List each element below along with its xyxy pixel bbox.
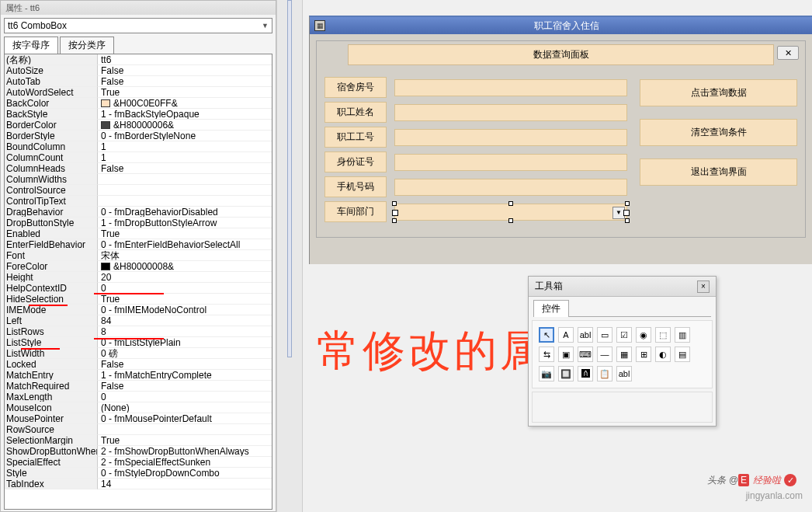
tool-item[interactable]: ↖ xyxy=(539,327,554,343)
property-row[interactable]: ListWidth0 磅 xyxy=(5,348,272,359)
tool-item[interactable]: ▥ xyxy=(675,327,690,343)
property-row[interactable]: LockedFalse xyxy=(5,359,272,370)
property-value[interactable]: 0 - fmDragBehaviorDisabled xyxy=(98,207,272,218)
toolbox-tab-controls[interactable]: 控件 xyxy=(533,300,569,317)
property-row[interactable]: MatchEntry1 - fmMatchEntryComplete xyxy=(5,370,272,381)
property-row[interactable]: BoundColumn1 xyxy=(5,141,272,152)
property-row[interactable]: ControlTipText xyxy=(5,196,272,207)
property-row[interactable]: HelpContextID0 xyxy=(5,283,272,294)
property-value[interactable]: False xyxy=(98,65,272,76)
close-button[interactable]: ✕ xyxy=(777,46,799,60)
property-row[interactable]: ShowDropButtonWhen2 - fmShowDropButtonWh… xyxy=(5,446,272,457)
tool-item[interactable]: ☑ xyxy=(616,327,632,343)
toolbox-close-icon[interactable]: × xyxy=(697,280,710,293)
property-value[interactable]: 14 xyxy=(98,479,272,489)
tool-item[interactable]: ◉ xyxy=(636,327,651,343)
property-row[interactable]: BackColor&H00C0E0FF& xyxy=(5,98,272,109)
tool-item[interactable]: abl xyxy=(616,366,632,381)
property-value[interactable]: True xyxy=(98,294,272,305)
property-row[interactable]: ForeColor&H80000008& xyxy=(5,261,272,272)
property-value[interactable]: 1 - fmBackStyleOpaque xyxy=(98,109,272,120)
userform-titlebar[interactable]: ▦ 职工宿舍入住信 xyxy=(310,17,812,34)
tab-categorized[interactable]: 按分类序 xyxy=(60,37,114,54)
property-row[interactable]: IMEMode0 - fmIMEModeNoControl xyxy=(5,305,272,315)
splitter-gutter[interactable] xyxy=(276,0,303,512)
tool-item[interactable]: ▣ xyxy=(558,347,574,362)
property-row[interactable]: RowSource xyxy=(5,424,272,435)
property-value[interactable]: 84 xyxy=(98,315,272,326)
input-idno[interactable] xyxy=(394,154,627,171)
input-name[interactable] xyxy=(394,104,627,121)
property-row[interactable]: DragBehavior0 - fmDragBehaviorDisabled xyxy=(5,207,272,218)
dropdown-arrow-icon[interactable]: ▼ xyxy=(612,207,625,219)
property-row[interactable]: AutoTabFalse xyxy=(5,76,272,87)
query-button[interactable]: 点击查询数据 xyxy=(640,79,797,106)
property-row[interactable]: HideSelectionTrue xyxy=(5,294,272,305)
property-value[interactable]: False xyxy=(98,163,272,174)
property-value[interactable]: 1 - fmDropButtonStyleArrow xyxy=(98,218,272,228)
property-row[interactable]: EnabledTrue xyxy=(5,228,272,239)
property-row[interactable]: TabIndex14 xyxy=(5,479,272,489)
tool-item[interactable]: 🅰 xyxy=(578,366,593,381)
property-value[interactable]: tt6 xyxy=(98,54,272,65)
property-row[interactable]: SpecialEffect2 - fmSpecialEffectSunken xyxy=(5,457,272,468)
property-value[interactable]: 1 xyxy=(98,152,272,163)
tool-item[interactable]: 🔲 xyxy=(558,366,574,381)
tool-item[interactable]: 📋 xyxy=(597,366,612,381)
property-row[interactable]: ColumnCount1 xyxy=(5,152,272,163)
property-value[interactable]: 0 磅 xyxy=(98,348,272,359)
property-value[interactable]: False xyxy=(98,381,272,392)
property-value[interactable]: 0 - fmIMEModeNoControl xyxy=(98,305,272,315)
property-row[interactable]: MousePointer0 - fmMousePointerDefault xyxy=(5,413,272,424)
input-room[interactable] xyxy=(394,79,627,96)
exit-button[interactable]: 退出查询界面 xyxy=(640,158,797,186)
property-value[interactable]: 宋体 xyxy=(98,250,272,261)
property-value[interactable] xyxy=(98,185,272,196)
property-value[interactable]: 0 - fmStyleDropDownCombo xyxy=(98,468,272,479)
property-row[interactable]: BorderStyle0 - fmBorderStyleNone xyxy=(5,131,272,141)
tool-item[interactable]: ⬚ xyxy=(655,327,671,343)
property-value[interactable]: 1 xyxy=(98,141,272,152)
property-row[interactable]: SelectionMarginTrue xyxy=(5,435,272,446)
property-value[interactable]: True xyxy=(98,87,272,98)
property-value[interactable]: 0 - fmMousePointerDefault xyxy=(98,413,272,424)
property-row[interactable]: Height20 xyxy=(5,272,272,283)
tool-item[interactable]: — xyxy=(597,347,612,362)
property-value[interactable]: 2 - fmSpecialEffectSunken xyxy=(98,457,272,468)
property-row[interactable]: MaxLength0 xyxy=(5,392,272,402)
tab-alphabetical[interactable]: 按字母序 xyxy=(4,37,58,54)
property-value[interactable] xyxy=(98,196,272,207)
property-value[interactable]: 0 - fmBorderStyleNone xyxy=(98,131,272,141)
property-row[interactable]: Style0 - fmStyleDropDownCombo xyxy=(5,468,272,479)
property-value[interactable]: 0 xyxy=(98,392,272,402)
toolbox-panel[interactable]: 工具箱 × 控件 ↖Aabl▭☑◉⬚▥⇆▣⌨—▦⊞◐▤📷🔲🅰📋abl xyxy=(528,276,717,427)
property-value[interactable]: True xyxy=(98,228,272,239)
property-row[interactable]: EnterFieldBehavior0 - fmEnterFieldBehavi… xyxy=(5,239,272,250)
property-row[interactable]: ColumnHeadsFalse xyxy=(5,163,272,174)
property-value[interactable] xyxy=(98,174,272,185)
combobox-dept-selected[interactable]: ▼ xyxy=(394,204,627,221)
input-empno[interactable] xyxy=(394,129,627,146)
property-value[interactable]: 2 - fmShowDropButtonWhenAlways xyxy=(98,446,272,457)
tool-item[interactable]: ▤ xyxy=(675,347,690,362)
property-value[interactable]: True xyxy=(98,435,272,446)
property-value[interactable]: (None) xyxy=(98,402,272,413)
property-value[interactable] xyxy=(98,424,272,435)
property-value[interactable]: &H80000008& xyxy=(98,261,272,272)
tool-item[interactable]: ⊞ xyxy=(636,347,651,362)
property-row[interactable]: ColumnWidths xyxy=(5,174,272,185)
tool-item[interactable]: ◐ xyxy=(655,347,671,362)
tool-item[interactable]: ⇆ xyxy=(539,347,554,362)
property-row[interactable]: ControlSource xyxy=(5,185,272,196)
property-value[interactable]: 0 - fmEnterFieldBehaviorSelectAll xyxy=(98,239,272,250)
tool-item[interactable]: ⌨ xyxy=(578,347,593,362)
input-phone[interactable] xyxy=(394,179,627,196)
object-selector[interactable]: tt6 ComboBox ▼ xyxy=(4,18,272,33)
property-value[interactable]: 20 xyxy=(98,272,272,283)
property-row[interactable]: DropButtonStyle1 - fmDropButtonStyleArro… xyxy=(5,218,272,228)
property-value[interactable]: False xyxy=(98,76,272,87)
property-row[interactable]: AutoSizeFalse xyxy=(5,65,272,76)
property-row[interactable]: Left84 xyxy=(5,315,272,326)
property-row[interactable]: ListRows8 xyxy=(5,326,272,337)
toolbox-titlebar[interactable]: 工具箱 × xyxy=(529,277,716,297)
